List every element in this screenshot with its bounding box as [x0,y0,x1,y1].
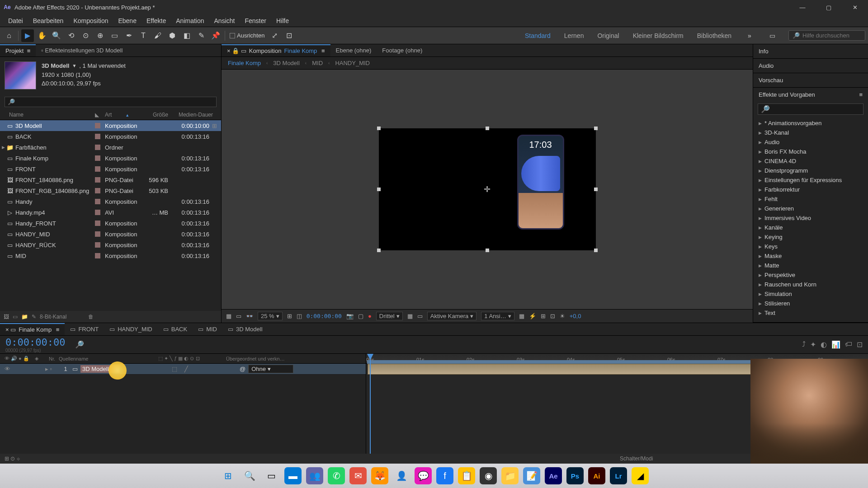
trash-icon[interactable]: 🗑 [88,314,94,320]
puppet-tool-icon[interactable]: 📌 [209,29,222,42]
composition-viewer[interactable]: ✛ 17:03 [222,70,753,309]
vf-timeline-icon[interactable]: ⊞ [541,313,546,319]
tl-tab-0[interactable]: × ▭ Finale Komp ≡ [0,323,65,335]
windows-taskbar[interactable]: ⊞ 🔍 ▭ ▬ 👥 ✆ ✉ 🦊 👤 💬 f 📋 ◉ 📁 📝 Ae Ps Ai L… [0,464,868,488]
project-item[interactable]: ▭3D ModellKomposition0:00:10:00⊞ [0,120,221,131]
workspace-original[interactable]: Original [595,31,621,40]
obs-icon[interactable]: ◉ [480,467,497,484]
hand-tool-icon[interactable]: ✋ [36,29,48,42]
help-search[interactable]: 🔎 Hilfe durchsuchen [788,30,865,41]
anchor-point-icon[interactable]: ✛ [484,184,491,194]
project-item[interactable]: ▷Handy.mp4AVI… MB0:00:13:16 [0,207,221,218]
views-dropdown[interactable]: 1 Ansi… ▾ [481,312,514,320]
handle-mr[interactable] [594,188,598,191]
menu-datei[interactable]: Datei [4,15,28,26]
project-item[interactable]: ▶📁FarbflächenOrdner [0,142,221,153]
timeline-search-icon[interactable]: 🔎 [75,340,84,349]
project-item[interactable]: ▭FRONTKomposition0:00:13:16 [0,164,221,174]
gmail-icon[interactable]: ✉ [349,467,367,484]
resolution-dropdown[interactable]: Drittel ▾ [376,312,403,320]
close-button[interactable]: ✕ [842,0,868,14]
firefox-icon[interactable]: 🦊 [371,467,388,484]
workspace-bibliotheken[interactable]: Bibliotheken [695,31,733,40]
vf-color-icon[interactable]: ● [368,313,372,319]
orbit-tool-icon[interactable]: ⟲ [65,29,77,42]
effect-category[interactable]: ▶Einstellungen für Expressions [753,175,868,185]
lr-icon[interactable]: Lr [610,467,627,484]
adjust-icon[interactable]: ✎ [32,314,36,320]
effect-category[interactable]: ▶CINEMA 4D [753,156,868,166]
effect-category[interactable]: ▶Rauschen und Korn [753,280,868,289]
effects-search[interactable]: 🔎 [758,103,863,115]
camera-dropdown[interactable]: Aktive Kamera ▾ [427,312,477,320]
vf-exposure-icon[interactable]: ☀ [560,313,565,319]
effect-category[interactable]: ▶Boris FX Mocha [753,147,868,156]
pen-tool-icon[interactable]: ✒ [123,29,135,42]
parent-pickwhip-icon[interactable]: @ [240,366,245,372]
workspace-more-icon[interactable]: » [743,29,756,42]
effect-category[interactable]: ▶Matte [753,261,868,270]
effect-category[interactable]: ▶Farbkorrektur [753,185,868,194]
vf-region-icon[interactable]: ▢ [358,313,363,319]
effect-category[interactable]: ▶Audio [753,137,868,147]
workspace-standard[interactable]: Standard [523,31,552,40]
effect-category[interactable]: ▶* Animationsvorgaben [753,118,868,128]
minimize-button[interactable]: — [789,0,816,14]
brush-tool-icon[interactable]: 🖌 [151,29,164,42]
effect-category[interactable]: ▶Kanäle [753,223,868,232]
panel-audio[interactable]: Audio [753,59,868,73]
stamp-tool-icon[interactable]: ⬢ [166,29,179,42]
snap-icon[interactable]: ⤢ [268,29,281,42]
workspace-reset-icon[interactable]: ▭ [766,29,778,42]
ae-icon[interactable]: Ae [545,467,562,484]
col-size[interactable]: Größe [143,112,171,118]
anchor-tool-icon[interactable]: ⊕ [94,29,106,42]
bit-depth[interactable]: 8-Bit-Kanal [40,314,66,320]
effect-category[interactable]: ▶Keys [753,242,868,251]
tl-frameblend-icon[interactable]: ✦ [810,340,816,349]
timeline-layer-1[interactable]: 👁 ▸ ▫ 1 ▭ 3D Modell ⬚╱ @ Ohne ▾ [0,364,366,375]
effect-category[interactable]: ▶Perspektive [753,270,868,280]
viewer-time[interactable]: 0:00:00:00 [307,313,342,319]
handle-bl[interactable] [377,249,381,252]
menu-bearbeiten[interactable]: Bearbeiten [28,15,68,26]
tl-shy-icon[interactable]: ⤴ [802,340,806,349]
panel-effects[interactable]: Effekte und Vorgaben≡ [753,88,868,102]
vf-flowchart-icon[interactable]: ⊡ [550,313,555,319]
workspace-lernen[interactable]: Lernen [562,31,586,40]
project-item[interactable]: ▭BACKKomposition0:00:13:16 [0,131,221,142]
home-icon[interactable]: ⌂ [3,29,15,42]
vf-snapshot-icon[interactable]: 📷 [346,313,354,319]
breadcrumb[interactable]: Finale Komp‹ 3D Modell‹ MID‹ HANDY_MID [222,57,753,70]
app-icon-2[interactable]: 📋 [458,467,475,484]
snap-options-icon[interactable]: ⊡ [283,29,295,42]
tl-graph-icon[interactable]: 📊 [831,340,840,349]
handle-tc[interactable] [486,127,489,130]
facebook-icon[interactable]: f [436,467,453,484]
handle-br[interactable] [594,249,598,252]
playhead[interactable] [370,354,371,454]
zoom-tool-icon[interactable]: 🔍 [50,29,63,42]
menu-ansicht[interactable]: Ansicht [210,15,240,26]
vf-mask-icon[interactable]: 👓 [246,313,253,319]
effect-category[interactable]: ▶Text [753,308,868,318]
whatsapp-icon[interactable]: ✆ [328,467,345,484]
workspace-klein[interactable]: Kleiner Bildschirm [631,31,685,40]
vf-transparent-icon[interactable]: ▦ [407,313,413,319]
handle-ml[interactable] [377,188,381,191]
files-icon[interactable]: 📁 [501,467,519,484]
tab-layer[interactable]: Ebene (ohne) [330,45,377,56]
handle-tr[interactable] [594,127,598,130]
start-icon[interactable]: ⊞ [219,467,236,484]
menu-hilfe[interactable]: Hilfe [272,15,293,26]
tab-projekt[interactable]: Projekt ≡ [0,44,36,56]
project-item[interactable]: 🖼FRONT_1840886.pngPNG-Datei596 KB [0,174,221,185]
project-item[interactable]: ▭MIDKomposition0:00:13:16 [0,250,221,261]
app-icon-3[interactable]: ◢ [632,467,649,484]
effect-category[interactable]: ▶Immersives Video [753,213,868,223]
tl-tab-3[interactable]: ▭ BACK [158,324,193,335]
effect-category[interactable]: ▶Maske [753,251,868,261]
handle-bc[interactable] [486,249,489,252]
panel-info[interactable]: Info [753,44,868,58]
col-tag[interactable]: ◣ [95,112,105,118]
